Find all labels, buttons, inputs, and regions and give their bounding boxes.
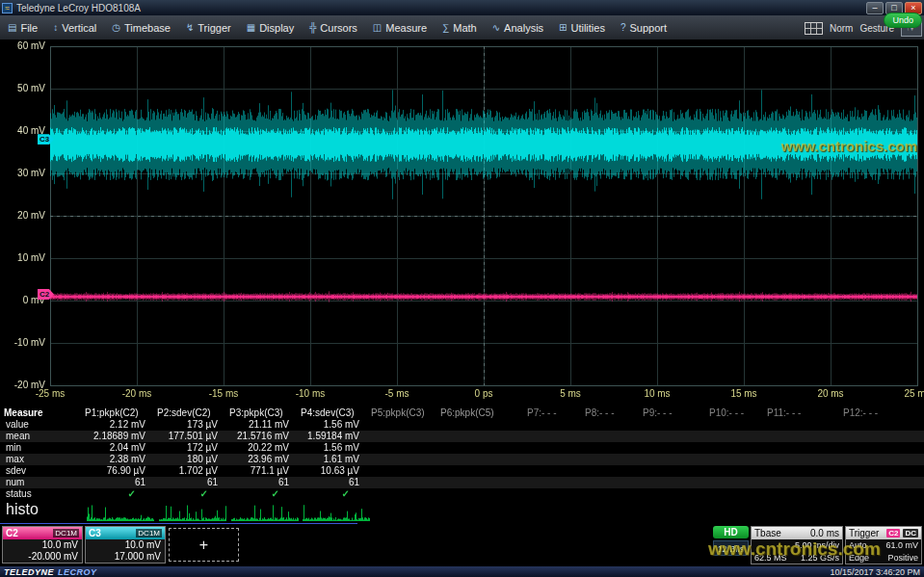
scope-area: www.cntronics.com 60 mV50 mV40 mV30 mV20… xyxy=(0,40,924,407)
measure-value: 2.12 mV xyxy=(85,419,157,431)
measure-row-mean: mean2.18689 mV177.501 µV21.5716 mV1.5918… xyxy=(0,431,924,442)
menu-item-label: Vertical xyxy=(62,22,96,34)
measure-value: 10.63 µV xyxy=(301,465,371,477)
measure-value: 2.04 mV xyxy=(85,442,157,454)
menu-item-cursors[interactable]: ╬Cursors xyxy=(302,15,365,39)
measure-panel: MeasureP1:pkpk(C2)P2:sdev(C2)P3:pkpk(C3)… xyxy=(0,407,924,525)
x-axis-label: 20 ms xyxy=(805,388,856,400)
add-trace-button[interactable]: + xyxy=(169,528,239,562)
menu-item-measure[interactable]: ◫Measure xyxy=(365,15,435,39)
measure-row-label: max xyxy=(0,454,85,465)
histo-cell xyxy=(843,501,924,523)
menu-item-support[interactable]: ?Support xyxy=(613,15,674,39)
measure-column-header[interactable]: P9:- - - xyxy=(643,407,709,419)
measure-value xyxy=(440,454,527,465)
measure-value xyxy=(643,431,709,442)
measure-value: 172 µV xyxy=(157,442,229,454)
measure-value xyxy=(527,454,585,465)
menu-item-utilities[interactable]: ⊞Utilities xyxy=(551,15,613,39)
menu-item-display[interactable]: ▦Display xyxy=(239,15,303,39)
measure-column-header[interactable]: P1:pkpk(C2) xyxy=(85,407,157,419)
menu-item-file[interactable]: ▤File xyxy=(0,15,45,39)
measure-value xyxy=(527,431,585,442)
x-axis-label: -5 ms xyxy=(372,388,422,400)
menu-item-analysis[interactable]: ∿Analysis xyxy=(485,15,551,39)
brand-logo: TELEDYNELECROY xyxy=(4,567,97,577)
measure-row-histo: histo xyxy=(0,501,924,523)
channel-c2-offset: -20.000 mV xyxy=(7,551,78,563)
measure-column-header[interactable]: P5:pkpk(C3) xyxy=(371,407,440,419)
trigger-level: 61.0 mV xyxy=(885,539,918,552)
histo-separator-line xyxy=(0,523,357,524)
measure-value: 23.96 mV xyxy=(229,454,301,465)
measure-value xyxy=(585,419,643,431)
analysis-menu-icon: ∿ xyxy=(492,22,500,33)
menu-item-label: Timebase xyxy=(124,22,171,34)
menu-item-label: Measure xyxy=(385,22,427,34)
measure-column-header[interactable]: P3:pkpk(C3) xyxy=(229,407,301,419)
norm-label[interactable]: Norm xyxy=(830,23,853,34)
menu-item-math[interactable]: ∑Math xyxy=(435,15,485,39)
measure-value xyxy=(585,431,643,442)
y-axis-label: 30 mV xyxy=(0,168,45,179)
measure-value xyxy=(767,465,843,477)
trigger-source-badge: C2 xyxy=(886,529,900,538)
menu-item-vertical[interactable]: ↕Vertical xyxy=(45,15,104,39)
hd-badge[interactable]: HD xyxy=(713,526,749,538)
measure-value xyxy=(371,442,440,454)
measure-value xyxy=(709,454,767,465)
measure-value xyxy=(643,454,709,465)
measure-row-label: value xyxy=(0,419,85,431)
measure-value xyxy=(767,419,843,431)
histo-cell xyxy=(709,501,767,523)
channel-descriptor-c2[interactable]: C2 DC1M 10.0 mV -20.000 mV xyxy=(2,526,83,564)
measure-column-header[interactable]: P2:sdev(C2) xyxy=(157,407,229,419)
measure-row-max: max2.38 mV180 µV23.96 mV1.61 mV xyxy=(0,454,924,465)
measure-header-row: MeasureP1:pkpk(C2)P2:sdev(C2)P3:pkpk(C3)… xyxy=(0,407,924,419)
utilities-menu-icon: ⊞ xyxy=(559,22,567,33)
trigger-slope: Positive xyxy=(887,552,918,564)
channel-c3-header: C3 DC1M xyxy=(86,527,165,539)
menu-item-label: File xyxy=(20,22,38,34)
x-axis-label: 15 ms xyxy=(719,388,769,400)
measure-column-header[interactable]: P7:- - - xyxy=(527,407,585,419)
minimize-button[interactable]: – xyxy=(866,2,884,14)
measure-row-label: mean xyxy=(0,431,85,442)
y-axis-label: 20 mV xyxy=(0,210,45,222)
menu-item-label: Math xyxy=(453,22,476,34)
measure-column-header[interactable]: P4:sdev(C3) xyxy=(301,407,371,419)
status-check-icon: ✓ xyxy=(157,488,229,500)
measure-value: 2.38 mV xyxy=(85,454,157,465)
undo-button[interactable]: Undo xyxy=(884,13,922,28)
channel-c2-settings: 10.0 mV -20.000 mV xyxy=(3,539,82,563)
measure-column-header[interactable]: P12:- - - xyxy=(843,407,924,419)
support-menu-icon: ? xyxy=(620,22,626,33)
menu-item-trigger[interactable]: ↯Trigger xyxy=(178,15,239,39)
x-axis-label: 5 ms xyxy=(545,388,595,400)
measure-column-header[interactable]: P11:- - - xyxy=(767,407,843,419)
measure-row-num: num61616161 xyxy=(0,477,924,488)
measure-value xyxy=(843,442,924,454)
channel-c2-header: C2 DC1M xyxy=(3,527,82,539)
channel-descriptor-c3[interactable]: C3 DC1M 10.0 mV 17.000 mV xyxy=(85,526,166,564)
measure-menu-icon: ◫ xyxy=(373,22,382,33)
measure-panel-title: Measure xyxy=(0,407,85,419)
trigger-label: Trigger xyxy=(849,528,879,538)
measure-column-header[interactable]: P8:- - - xyxy=(585,407,643,419)
status-check-icon xyxy=(527,488,585,500)
measure-row-sdev: sdev76.90 µV1.702 µV771.1 µV10.63 µV xyxy=(0,465,924,477)
measure-row-min: min2.04 mV172 µV20.22 mV1.56 mV xyxy=(0,442,924,454)
measure-column-header[interactable]: P10:- - - xyxy=(709,407,767,419)
measure-value xyxy=(843,454,924,465)
table-grid-icon[interactable] xyxy=(805,22,823,35)
menu-item-label: Utilities xyxy=(570,22,604,34)
histo-cell xyxy=(440,501,527,523)
measure-value: 61 xyxy=(229,477,301,488)
measure-value xyxy=(643,477,709,488)
measure-column-header[interactable]: P6:pkpk(C5) xyxy=(440,407,527,419)
status-check-icon xyxy=(843,488,924,500)
measure-row-label: sdev xyxy=(0,465,85,477)
menu-item-timebase[interactable]: ◷Timebase xyxy=(104,15,178,39)
measure-value xyxy=(709,431,767,442)
histogram-thumbnail xyxy=(159,502,226,521)
